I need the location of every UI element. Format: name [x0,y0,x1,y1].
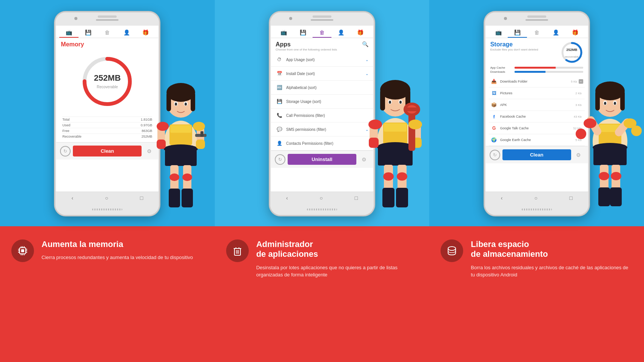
tab-tv-3[interactable]: 📺 [489,28,508,38]
list-item-6[interactable]: 👤 Contacts Permissions (filter) [271,137,373,150]
svg-rect-14 [165,147,197,166]
home-icon-2[interactable]: ○ [320,195,323,201]
database-icon [446,245,458,257]
search-icon[interactable]: 🔍 [362,41,368,47]
bottom-icon-memory [11,239,34,262]
back-icon-3[interactable]: ‹ [501,195,503,201]
storage-size-1: 2 Kb [575,92,581,95]
tab-tv-2[interactable]: 📺 [274,28,293,38]
nav-bar-2: ‹ ○ □ [270,192,374,204]
main-area: 📺 💾 🗑 👤 🎁 Memory [0,0,644,226]
list-item-4[interactable]: 📞 Call Permissions (filter) [271,109,373,123]
storage-subtitle: Exclude files you don't want deleted [490,48,538,51]
tab-gift-3[interactable]: 🎁 [565,28,585,38]
storage-label-1: Pictures [500,91,576,95]
storage-item-0[interactable]: 📥 Downloads Folder 5 Kb − [489,76,585,87]
app-icon-2: 🔤 [276,84,283,91]
svg-rect-53 [396,188,408,207]
home-icon-3[interactable]: ○ [535,195,538,201]
svg-rect-50 [384,165,393,196]
speaker-2 [311,19,333,21]
svg-point-9 [175,103,177,106]
recent-icon-3[interactable]: □ [569,195,572,201]
recent-icon-1[interactable]: □ [140,195,143,201]
bottom-desc-apps: Desinstala por lotes aplicaciones que no… [256,264,418,279]
tab-gift-2[interactable]: 🎁 [351,28,370,38]
tab-db-2[interactable]: 💾 [293,28,313,38]
phone-apps: 📺 💾 🗑 👤 🎁 Apps Choose from one of the fo… [269,11,375,216]
tab-user-3[interactable]: 👤 [546,28,565,38]
clean-button-storage[interactable]: Clean [502,149,571,160]
svg-rect-72 [593,146,627,165]
storage-size-4: 52 Mb [573,127,581,130]
list-item-1[interactable]: 📅 Install Date (sort) ⌄ [271,67,373,81]
storage-size-2: 3 Kb [575,103,581,107]
storage-list: 📥 Downloads Folder 5 Kb − 🖼 Pictures 2 K… [486,76,588,146]
storage-item-5[interactable]: 🌍 Google Earth Cache 5 Kb [489,134,585,146]
svg-rect-24 [182,189,193,207]
list-item-3[interactable]: 💾 Storage Usage (sort) [271,95,373,109]
svg-point-35 [399,100,402,104]
stat-recoverable-value: 252MB [142,135,153,138]
svg-rect-45 [412,138,422,148]
storage-recoverable: recoverable [565,55,579,58]
tab-trash-1[interactable]: 🗑 [98,28,117,38]
storage-item-4[interactable]: G Google Talk Cache 52 Mb [489,123,585,134]
bottom-section: Aumenta la memoria Cierra procesos redun… [0,226,644,362]
tab-db-1[interactable]: 💾 [79,28,98,38]
svg-point-37 [399,101,402,104]
bottom-text-memory: Aumenta la memoria Cierra procesos redun… [42,239,193,261]
refresh-button-3[interactable]: ↻ [490,150,500,160]
storage-icon-0: 📥 [490,78,498,85]
settings-button-1[interactable]: ⚙ [144,146,154,156]
storage-label-2: APK [500,103,576,107]
list-item-2[interactable]: 🔤 Alphabetical (sort) [271,81,373,95]
stat-free: Free 863GB [62,128,152,133]
tab-user-2[interactable]: 👤 [331,28,351,38]
tab-trash-3[interactable]: 🗑 [527,28,546,38]
back-icon-1[interactable]: ‹ [71,195,73,201]
uninstall-button[interactable]: Uninstall [288,154,356,165]
apps-subtitle: Choose from one of the following ordered… [276,48,337,51]
svg-point-71 [593,143,627,152]
svg-point-25 [169,173,179,181]
recent-icon-2[interactable]: □ [354,195,357,201]
storage-item-2[interactable]: 📦 APK 3 Kb [489,99,585,111]
storage-header: Storage Exclude files you don't want del… [486,38,588,64]
list-item-0[interactable]: ⏱ App Usage (sort) ⌄ [271,53,373,67]
storage-minus-0[interactable]: − [579,79,583,84]
tab-user-1[interactable]: 👤 [117,28,136,38]
svg-point-60 [593,119,627,164]
refresh-button-2[interactable]: ↻ [275,154,285,165]
tab-trash-2[interactable]: 🗑 [313,28,332,38]
settings-button-3[interactable]: ⚙ [573,150,584,160]
settings-button-2[interactable]: ⚙ [359,154,369,165]
phone-bottom-1 [55,204,159,215]
svg-rect-63 [595,91,600,110]
storage-item-1[interactable]: 🖼 Pictures 2 Kb [489,87,585,99]
memory-recoverable: Recoverable [97,85,118,89]
app-icon-3: 💾 [276,98,283,105]
clean-button-memory[interactable]: Clean [73,146,142,156]
svg-rect-80 [610,187,622,206]
storage-size-5: 5 Kb [575,138,581,142]
speaker-1 [96,19,119,21]
svg-rect-69 [599,124,621,145]
tab-tv-1[interactable]: 📺 [59,28,79,38]
storage-item-3[interactable]: f Facebook Cache 43 Kb [489,111,585,123]
svg-rect-51 [397,165,407,196]
panel-apps: 📺 💾 🗑 👤 🎁 Apps Choose from one of the fo… [215,0,430,226]
speaker-3 [525,19,548,21]
stat-total-label: Total [62,118,69,121]
back-icon-2[interactable]: ‹ [286,195,288,201]
tab-gift-1[interactable]: 🎁 [136,28,156,38]
refresh-button-1[interactable]: ↻ [60,146,71,156]
svg-rect-49 [406,107,418,111]
list-item-5[interactable]: 💬 SMS permissions (filter) ⌄ [271,123,373,137]
home-icon-1[interactable]: ○ [105,195,108,201]
stat-recoverable: Recoverable 252MB [62,133,152,139]
app-label-1: Install Date (sort) [286,72,365,76]
tab-db-3[interactable]: 💾 [508,28,527,38]
svg-point-34 [388,100,392,104]
phone-bottom-3 [485,204,589,215]
